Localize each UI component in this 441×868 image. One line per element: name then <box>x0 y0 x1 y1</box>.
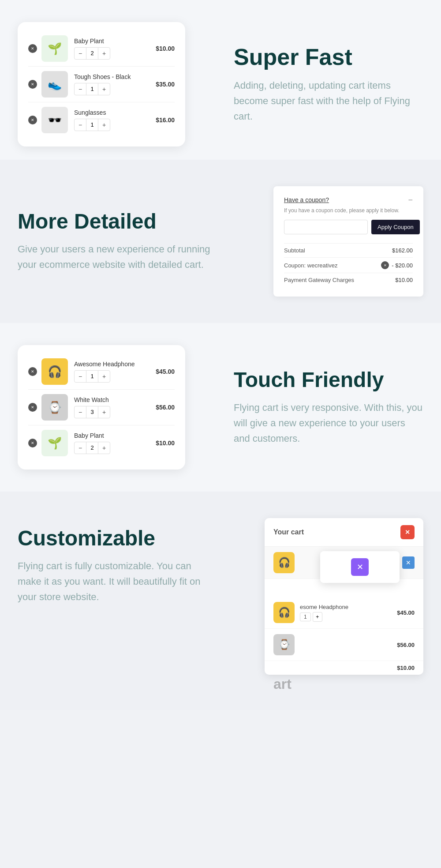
s4-qty-plus-2[interactable]: + <box>313 612 322 622</box>
section2-heading: More Detailed <box>18 210 212 233</box>
s4-item-name-2: esome Headphone <box>300 604 397 610</box>
s3-item-price-2: $56.00 <box>156 404 175 411</box>
coupon-widget: Have a coupon? − If you have a coupon co… <box>229 186 423 297</box>
s3-item-name-1: Awesome Headphone <box>74 361 152 368</box>
coupon-remove-btn[interactable]: ✕ <box>381 261 389 269</box>
item-image-3: 🕶️ <box>41 107 68 133</box>
s4-cart-item-3: ⌚ $56.00 <box>265 629 423 661</box>
coupon-header: Have a coupon? − <box>284 196 413 204</box>
qty-minus-2[interactable]: − <box>75 83 86 95</box>
gateway-value: $10.00 <box>395 277 413 283</box>
item-price-1: $10.00 <box>156 45 175 52</box>
remove-btn-2[interactable]: ✕ <box>28 80 37 89</box>
item-price-2: $35.00 <box>156 81 175 88</box>
s4-cart-item-2: 🎧 esome Headphone 1 + $45.00 <box>265 597 423 629</box>
s3-item-name-2: White Watch <box>74 396 152 403</box>
apply-coupon-button[interactable]: Apply Coupon <box>371 220 420 234</box>
s4-item-img-1: 🎧 <box>273 552 295 573</box>
quantity-control-2: − 1 + <box>74 83 110 95</box>
s4-cart-item-4: $10.00 <box>265 661 423 675</box>
s3-qty-minus-3[interactable]: − <box>75 442 86 454</box>
your-cart-header: Your cart ✕ <box>265 518 423 547</box>
s3-cart-item-2: ✕ ⌚ White Watch − 3 + $56.00 <box>28 390 175 425</box>
s4-item-price-3: $56.00 <box>397 642 415 648</box>
section2-body: Give your users a new experience of runn… <box>18 241 212 272</box>
s3-item-name-3: Baby Plant <box>74 432 152 439</box>
cart-widget-section3: ✕ 🎧 Awesome Headphone − 1 + $45.00 ✕ <box>18 345 207 470</box>
remove-btn-1[interactable]: ✕ <box>28 44 37 53</box>
s4-overlay-purple: ✕ <box>320 551 400 583</box>
subtotal-value: $162.00 <box>392 247 413 254</box>
your-cart-title: Your cart <box>273 528 304 536</box>
gateway-label: Payment Gateway Charges <box>284 277 354 283</box>
s3-qty-value-2: 3 <box>86 406 98 418</box>
s4-remove-purple-btn[interactable]: ✕ <box>351 558 369 576</box>
section-super-fast: ✕ 🌱 Baby Plant − 2 + $10.00 ✕ <box>0 0 441 160</box>
s3-item-details-3: Baby Plant − 2 + <box>74 432 152 454</box>
s3-qty-plus-1[interactable]: + <box>98 371 110 382</box>
s3-item-details-1: Awesome Headphone − 1 + <box>74 361 152 383</box>
quantity-control-3: − 1 + <box>74 119 110 131</box>
s3-qty-plus-2[interactable]: + <box>98 406 110 418</box>
item-details-1: Baby Plant − 2 + <box>74 38 152 60</box>
qty-plus-2[interactable]: + <box>98 83 110 95</box>
your-cart-widget: Your cart ✕ 🎧 $45.00 ✕ <box>229 518 423 675</box>
qty-value-1: 2 <box>86 48 98 59</box>
s3-item-image-1: 🎧 <box>41 358 68 385</box>
item-image-1: 🌱 <box>41 35 68 62</box>
s3-remove-btn-1[interactable]: ✕ <box>28 367 37 376</box>
subtotal-label: Subtotal <box>284 247 305 254</box>
s3-qty-value-1: 1 <box>86 371 98 382</box>
s3-remove-btn-2[interactable]: ✕ <box>28 403 37 412</box>
section1-heading: Super Fast <box>234 45 423 70</box>
item-name-2: Tough Shoes - Black <box>74 73 152 80</box>
qty-minus-3[interactable]: − <box>75 119 86 131</box>
qty-plus-1[interactable]: + <box>98 48 110 59</box>
s3-qty-plus-3[interactable]: + <box>98 442 110 454</box>
s3-item-details-2: White Watch − 3 + <box>74 396 152 418</box>
section3-heading: Touch Friendly <box>234 368 423 392</box>
section1-body: Adding, deleting, updating cart items be… <box>234 78 423 124</box>
section1-text: Super Fast Adding, deleting, updating ca… <box>225 45 423 124</box>
s3-qty-minus-2[interactable]: − <box>75 406 86 418</box>
s3-cart-item-3: ✕ 🌱 Baby Plant − 2 + $10.00 <box>28 425 175 461</box>
section-more-detailed: More Detailed Give your users a new expe… <box>0 160 441 323</box>
cart-widget-section1: ✕ 🌱 Baby Plant − 2 + $10.00 ✕ <box>18 22 207 147</box>
gateway-row: Payment Gateway Charges $10.00 <box>284 273 413 287</box>
coupon-input-row: Apply Coupon <box>284 220 413 234</box>
section3-text: Touch Friendly Flying cart is very respo… <box>225 368 423 446</box>
cart-item-3: ✕ 🕶️ Sunglasses − 1 + $16.00 <box>28 102 175 138</box>
item-image-2: 👟 <box>41 71 68 98</box>
qty-plus-3[interactable]: + <box>98 119 110 131</box>
s3-item-price-3: $10.00 <box>156 440 175 447</box>
s4-qty-display-2: 1 <box>300 612 311 621</box>
s4-item-img-3: ⌚ <box>273 634 295 655</box>
s3-qty-minus-1[interactable]: − <box>75 371 86 382</box>
item-name-1: Baby Plant <box>74 38 152 45</box>
section4-body: Flying cart is fully customizable. You c… <box>18 558 212 605</box>
coupon-collapse-icon[interactable]: − <box>408 196 413 204</box>
cart-items-container: 🎧 $45.00 ✕ ✕ 🎧 <box>265 547 423 675</box>
section2-text: More Detailed Give your users a new expe… <box>18 210 212 272</box>
s3-qty-value-3: 2 <box>86 442 98 454</box>
cart-item-2: ✕ 👟 Tough Shoes - Black − 1 + $35.00 <box>28 67 175 102</box>
s3-remove-btn-3[interactable]: ✕ <box>28 439 37 447</box>
item-name-3: Sunglasses <box>74 109 152 116</box>
coupon-applied-label: Coupon: wecreativez <box>284 262 337 269</box>
coupon-input[interactable] <box>284 220 368 234</box>
quantity-control-1: − 2 + <box>74 47 110 60</box>
qty-minus-1[interactable]: − <box>75 48 86 59</box>
coupon-description: If you have a coupon code, please apply … <box>284 207 413 214</box>
cart-close-btn[interactable]: ✕ <box>400 525 415 539</box>
section4-heading: Customizable <box>18 527 212 550</box>
qty-value-2: 1 <box>86 83 98 95</box>
art-label: art <box>273 676 292 692</box>
s4-item-price-2: $45.00 <box>397 609 415 616</box>
s4-remove-blue[interactable]: ✕ <box>402 556 415 569</box>
remove-btn-3[interactable]: ✕ <box>28 116 37 124</box>
subtotal-row: Subtotal $162.00 <box>284 243 413 257</box>
cart-item-1: ✕ 🌱 Baby Plant − 2 + $10.00 <box>28 31 175 67</box>
item-details-3: Sunglasses − 1 + <box>74 109 152 131</box>
item-price-3: $16.00 <box>156 116 175 124</box>
section-customizable: Customizable Flying cart is fully custom… <box>0 492 441 710</box>
